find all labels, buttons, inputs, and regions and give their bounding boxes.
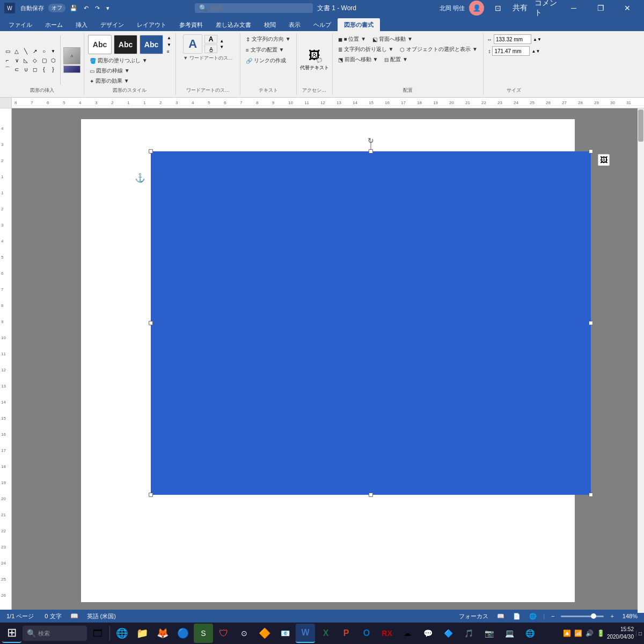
handle-top-left[interactable] bbox=[149, 149, 153, 153]
taskbar-chrome[interactable]: 🔵 bbox=[173, 624, 193, 643]
expand-wordart[interactable]: ▼ ワードアートのス… bbox=[183, 55, 232, 62]
shape-b1[interactable]: ⌒ bbox=[3, 65, 12, 74]
wordart-fill-color[interactable]: A bbox=[204, 35, 217, 43]
tab-review[interactable]: 校閲 bbox=[258, 18, 282, 31]
main-content[interactable]: ↻ ⚓ 🖼 bbox=[12, 108, 644, 613]
shape-b4[interactable]: ◻ bbox=[31, 65, 39, 74]
wordart-up2[interactable]: ▲ bbox=[219, 39, 224, 43]
redo-btn[interactable]: ↷ bbox=[93, 4, 102, 13]
tab-help[interactable]: ヘルプ bbox=[307, 18, 338, 31]
taskbar-app6[interactable]: ☁ bbox=[398, 624, 417, 643]
handle-middle-right[interactable] bbox=[589, 321, 593, 325]
tab-shape-format[interactable]: 図形の書式 bbox=[338, 18, 380, 31]
tab-mailings[interactable]: 差し込み文書 bbox=[209, 18, 258, 31]
text-align-btn[interactable]: ≡ 文字の配置 ▼ bbox=[244, 45, 287, 55]
shape-line[interactable]: ╲ bbox=[21, 47, 30, 55]
restore-button[interactable]: ❐ bbox=[588, 0, 613, 16]
color-block-accent[interactable] bbox=[63, 65, 80, 73]
height-spinner[interactable]: ▲▼ bbox=[531, 49, 540, 54]
forward-btn[interactable]: ⬔ 前面へ移動 ▼ bbox=[336, 55, 380, 64]
taskbar-app2[interactable]: 🛡 bbox=[214, 624, 233, 643]
zoom-thumb[interactable] bbox=[591, 613, 596, 619]
shape-lt[interactable]: ◺ bbox=[21, 56, 30, 64]
taskbar-firefox[interactable]: 🦊 bbox=[153, 624, 172, 643]
taskbar-outlook[interactable]: O bbox=[357, 624, 376, 643]
link-create-btn[interactable]: 🔗 リンクの作成 bbox=[244, 56, 288, 65]
zoom-out[interactable]: − bbox=[549, 612, 557, 620]
user-avatar[interactable]: 👤 bbox=[469, 1, 484, 16]
shape-diamond[interactable]: ◇ bbox=[31, 56, 39, 64]
anchor-icon[interactable]: ⚓ bbox=[135, 173, 145, 183]
taskbar-app5[interactable]: 📧 bbox=[275, 624, 295, 643]
fill-button[interactable]: 🪣 図形の塗りつぶし ▼ bbox=[87, 56, 150, 65]
wordart-quick-style[interactable]: A bbox=[183, 34, 202, 54]
close-button[interactable]: ✕ bbox=[615, 0, 640, 16]
tab-insert[interactable]: 挿入 bbox=[69, 18, 94, 31]
shape-b2[interactable]: ⊂ bbox=[12, 65, 21, 74]
shape-v[interactable]: ∨ bbox=[12, 56, 21, 64]
tray-network[interactable]: 📶 bbox=[574, 630, 582, 637]
search-input[interactable] bbox=[210, 5, 296, 11]
view-print[interactable]: 📄 bbox=[511, 612, 523, 621]
ribbon-display-btn[interactable]: ⊡ bbox=[491, 0, 506, 16]
shape-b6[interactable]: } bbox=[49, 65, 57, 74]
taskbar-edge[interactable]: 🌐 bbox=[112, 624, 131, 643]
taskbar-search-box[interactable]: 🔍 検索 bbox=[23, 626, 87, 641]
tab-view[interactable]: 表示 bbox=[282, 18, 307, 31]
wrap-text-btn[interactable]: ≣ 文字列の折り返し ▼ bbox=[336, 45, 396, 54]
taskbar-excel[interactable]: X bbox=[316, 624, 335, 643]
scroll-thumb[interactable] bbox=[638, 109, 643, 142]
zoom-in[interactable]: + bbox=[608, 612, 616, 620]
taskbar-word[interactable]: W bbox=[296, 624, 315, 643]
shape-roundrect[interactable]: ▢ bbox=[40, 56, 48, 64]
handle-top-right[interactable] bbox=[589, 149, 593, 153]
wordart-outline[interactable]: A̲ bbox=[204, 45, 217, 53]
taskbar-app10[interactable]: 💻 bbox=[500, 624, 519, 643]
color-block-main[interactable]: A bbox=[63, 47, 80, 64]
style-down[interactable]: ▼ bbox=[166, 42, 172, 48]
tray-volume[interactable]: 🔊 bbox=[586, 630, 594, 637]
shape-b5[interactable]: { bbox=[40, 65, 48, 74]
width-spinner[interactable]: ▲▼ bbox=[533, 37, 541, 42]
tab-references[interactable]: 参考資料 bbox=[173, 18, 209, 31]
accessibility-button[interactable]: 🖼 bbox=[598, 154, 610, 166]
tab-home[interactable]: ホーム bbox=[39, 18, 69, 31]
shape-rect[interactable]: ▭ bbox=[3, 47, 12, 55]
shape-more[interactable]: ▼ bbox=[49, 47, 57, 55]
view-read[interactable]: 📖 bbox=[495, 612, 507, 621]
focus-btn[interactable]: フォーカス bbox=[457, 611, 491, 621]
shape-arrow[interactable]: ↗ bbox=[31, 47, 39, 55]
border-button[interactable]: ▭ 図形の枠線 ▼ bbox=[87, 66, 150, 76]
zoom-slider[interactable] bbox=[561, 616, 604, 617]
blue-rectangle[interactable]: ↻ ⚓ 🖼 bbox=[151, 151, 591, 495]
system-clock[interactable]: 15:52 2020/04/30 bbox=[607, 626, 634, 641]
share-button[interactable]: 共有 bbox=[508, 0, 532, 16]
zoom-level[interactable]: 148% bbox=[620, 612, 640, 620]
taskbar-app9[interactable]: 📷 bbox=[479, 624, 499, 643]
language[interactable]: 英語 (米国) bbox=[85, 611, 118, 621]
style-up[interactable]: ▲ bbox=[166, 35, 172, 41]
undo-btn[interactable]: ↶ bbox=[82, 4, 91, 13]
taskbar-app3[interactable]: ⊙ bbox=[235, 624, 254, 643]
taskbar-explorer[interactable]: 📁 bbox=[133, 624, 152, 643]
taskbar-app4[interactable]: 🔶 bbox=[255, 624, 274, 643]
customize-qa[interactable]: ▾ bbox=[104, 4, 112, 13]
taskbar-start[interactable]: ⊞ bbox=[2, 624, 21, 643]
shape-tri[interactable]: △ bbox=[12, 47, 21, 55]
height-input[interactable] bbox=[492, 46, 530, 56]
taskbar-ppt[interactable]: P bbox=[336, 624, 356, 643]
tab-file[interactable]: ファイル bbox=[2, 18, 39, 31]
handle-top-center[interactable] bbox=[369, 149, 373, 153]
comment-button[interactable]: コメント bbox=[535, 0, 559, 16]
vertical-scrollbar[interactable] bbox=[638, 108, 644, 613]
handle-middle-left[interactable] bbox=[149, 321, 153, 325]
shape-b3[interactable]: ∪ bbox=[21, 65, 30, 74]
wordart-style-2[interactable]: Abc bbox=[114, 35, 137, 54]
width-input[interactable] bbox=[494, 34, 531, 44]
save-btn[interactable]: 💾 bbox=[68, 4, 79, 13]
alt-text-btn[interactable]: 🖼 💬 代替テキスト bbox=[300, 49, 329, 71]
show-desktop[interactable]: □ bbox=[636, 631, 642, 636]
wordart-style-3[interactable]: Abc bbox=[140, 35, 163, 54]
taskbar-app8[interactable]: 🎵 bbox=[459, 624, 478, 643]
shape-bend[interactable]: ⌐ bbox=[3, 56, 12, 64]
